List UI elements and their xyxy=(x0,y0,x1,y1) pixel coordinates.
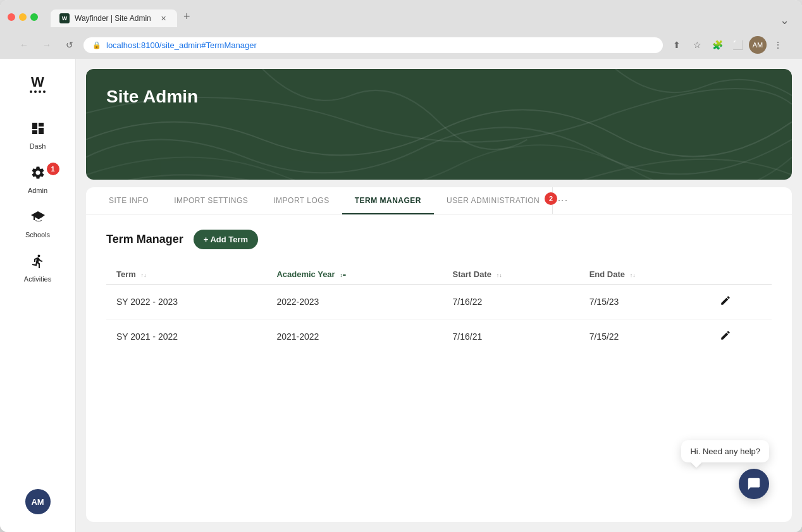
sidebar-logo: W xyxy=(23,69,53,99)
new-tab-button[interactable]: + xyxy=(177,6,197,27)
minimize-window-button[interactable] xyxy=(19,13,27,21)
edit-icon-2[interactable] xyxy=(720,332,731,343)
cell-academic-year-1: 2022-2023 xyxy=(266,285,442,319)
col-academic-year[interactable]: Academic Year ↕= xyxy=(266,264,442,285)
address-bar-row: ← → ↺ 🔒 localhost:8100/site_admin#TermMa… xyxy=(8,32,794,59)
settings-icon xyxy=(30,165,46,184)
table-body: SY 2022 - 2023 2022-2023 7/16/22 7/15/23 xyxy=(106,285,772,354)
back-button[interactable]: ← xyxy=(15,36,33,54)
sidebar-item-label-activities: Activities xyxy=(24,275,51,283)
school-icon xyxy=(30,209,46,228)
page-title: Site Admin xyxy=(106,87,772,107)
col-end-date[interactable]: End Date ↑↓ xyxy=(579,264,710,285)
sort-icon-start-date: ↑↓ xyxy=(497,272,502,278)
cell-term-2: SY 2021 - 2022 xyxy=(106,319,266,354)
tabs-row: SITE INFO IMPORT SETTINGS IMPORT LOGS TE… xyxy=(86,187,792,214)
tab-term-manager[interactable]: TERM MANAGER xyxy=(342,187,434,214)
sidebar-item-activities[interactable]: Activities xyxy=(10,247,66,289)
sidebar-nav: Dash 1 Admin xyxy=(0,114,75,481)
edit-icon-1[interactable] xyxy=(720,297,731,308)
table-row: SY 2022 - 2023 2022-2023 7/16/22 7/15/23 xyxy=(106,285,772,319)
sort-icon-term: ↑↓ xyxy=(140,272,146,278)
browser-controls: W Wayfinder | Site Admin ✕ + ⌄ xyxy=(8,6,794,27)
section-title: Term Manager xyxy=(106,233,183,246)
admin-badge: 1 xyxy=(47,163,59,175)
cell-start-date-2: 7/16/21 xyxy=(443,319,579,354)
cell-term-1: SY 2022 - 2023 xyxy=(106,285,266,319)
sidebar-item-label-dash: Dash xyxy=(30,142,46,150)
browser-window: W Wayfinder | Site Admin ✕ + ⌄ ← → ↺ 🔒 l… xyxy=(0,0,802,532)
logo-letter: W xyxy=(31,75,44,89)
sidebar-item-label-schools: Schools xyxy=(25,231,50,238)
chat-bubble: Hi. Need any help? xyxy=(681,440,769,462)
activities-icon xyxy=(30,254,46,273)
tab-import-logs[interactable]: IMPORT LOGS xyxy=(261,187,342,214)
table-header: Term ↑↓ Academic Year ↕= Start Date ↑↓ xyxy=(106,264,772,285)
cell-edit-1[interactable] xyxy=(710,285,772,319)
sidebar: W Dash xyxy=(0,59,76,532)
section-header: Term Manager + Add Term xyxy=(106,230,772,249)
sort-icon-academic-year: ↕= xyxy=(340,272,346,278)
col-actions xyxy=(710,264,772,285)
tab-user-administration[interactable]: USER ADMINISTRATION 2 xyxy=(434,187,552,214)
bookmark-icon[interactable]: ☆ xyxy=(688,36,706,54)
sort-icon-end-date: ↑↓ xyxy=(630,272,636,278)
terms-table: Term ↑↓ Academic Year ↕= Start Date ↑↓ xyxy=(106,264,772,354)
extensions-icon[interactable]: 🧩 xyxy=(708,36,726,54)
sidebar-item-dash[interactable]: Dash xyxy=(10,114,66,156)
hero-banner: Site Admin xyxy=(86,69,792,180)
share-icon[interactable]: ⬆ xyxy=(668,36,686,54)
table-row: SY 2021 - 2022 2021-2022 7/16/21 7/15/22 xyxy=(106,319,772,354)
sidebar-toggle-icon[interactable]: ⬜ xyxy=(729,36,746,54)
toolbar-icons: ⬆ ☆ 🧩 ⬜ AM ⋮ xyxy=(668,36,787,54)
sidebar-item-admin[interactable]: 1 Admin xyxy=(10,159,66,201)
col-term[interactable]: Term ↑↓ xyxy=(106,264,266,285)
address-text: localhost:8100/site_admin#TermManager xyxy=(106,40,257,50)
more-options-icon[interactable]: ⋮ xyxy=(769,36,787,54)
chat-button[interactable] xyxy=(739,469,769,499)
sidebar-item-schools[interactable]: Schools xyxy=(10,203,66,245)
lock-icon: 🔒 xyxy=(92,41,101,49)
cell-end-date-2: 7/15/22 xyxy=(579,319,710,354)
logo-icon: W xyxy=(23,69,53,99)
cell-academic-year-2: 2021-2022 xyxy=(266,319,442,354)
tab-favicon-icon: W xyxy=(59,13,70,23)
active-tab[interactable]: W Wayfinder | Site Admin ✕ xyxy=(51,9,177,27)
sidebar-item-label-admin: Admin xyxy=(28,187,47,194)
chat-widget: Hi. Need any help? xyxy=(681,440,769,499)
cell-start-date-1: 7/16/22 xyxy=(443,285,579,319)
address-bar[interactable]: 🔒 localhost:8100/site_admin#TermManager xyxy=(83,37,663,53)
user-avatar[interactable]: AM xyxy=(25,489,51,514)
forward-button[interactable]: → xyxy=(38,36,56,54)
tab-close-button[interactable]: ✕ xyxy=(158,13,168,23)
col-start-date[interactable]: Start Date ↑↓ xyxy=(443,264,579,285)
tab-import-settings[interactable]: IMPORT SETTINGS xyxy=(161,187,261,214)
traffic-lights xyxy=(8,13,38,21)
reload-button[interactable]: ↺ xyxy=(61,36,78,54)
browser-tabs: W Wayfinder | Site Admin ✕ + ⌄ xyxy=(51,6,794,27)
sidebar-bottom: AM xyxy=(18,481,58,522)
tab-site-info[interactable]: SITE INFO xyxy=(96,187,161,214)
add-term-button[interactable]: + Add Term xyxy=(194,230,258,249)
dashboard-icon xyxy=(30,121,46,140)
browser-user-avatar[interactable]: AM xyxy=(749,36,767,54)
logo-decoration xyxy=(30,90,46,93)
maximize-window-button[interactable] xyxy=(30,13,38,21)
cell-edit-2[interactable] xyxy=(710,319,772,354)
close-window-button[interactable] xyxy=(8,13,15,21)
browser-chrome: W Wayfinder | Site Admin ✕ + ⌄ ← → ↺ 🔒 l… xyxy=(0,0,802,59)
tab-title: Wayfinder | Site Admin xyxy=(75,14,151,23)
cell-end-date-1: 7/15/23 xyxy=(579,285,710,319)
